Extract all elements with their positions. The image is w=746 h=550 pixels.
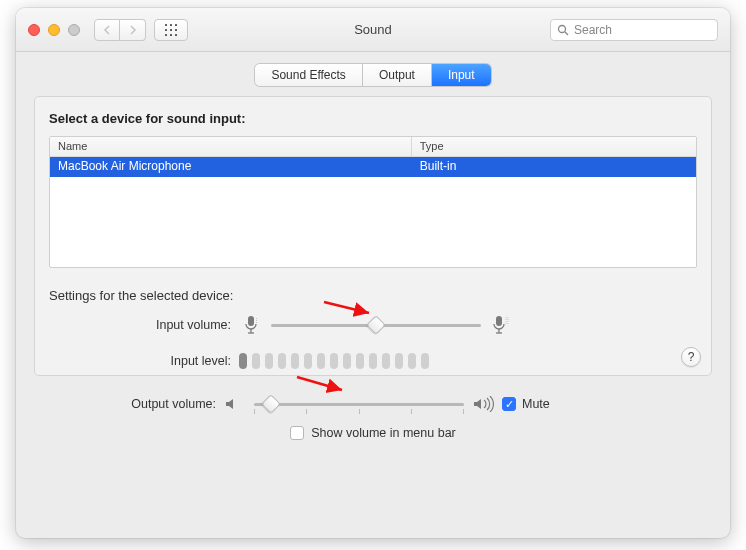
output-volume-label: Output volume: — [34, 397, 224, 411]
minimize-window-button[interactable] — [48, 24, 60, 36]
titlebar: Sound Search — [16, 8, 730, 52]
device-name: MacBook Air Microphone — [50, 157, 412, 177]
window-controls — [28, 24, 80, 36]
select-device-heading: Select a device for sound input: — [49, 111, 697, 126]
input-level-label: Input level: — [49, 354, 239, 368]
grid-icon — [165, 24, 177, 36]
show-volume-menubar-row: Show volume in menu bar — [34, 426, 712, 440]
column-name[interactable]: Name — [50, 137, 412, 156]
input-level-meter — [239, 353, 429, 369]
search-input[interactable]: Search — [550, 19, 718, 41]
tab-output[interactable]: Output — [363, 64, 432, 86]
help-button[interactable]: ? — [681, 347, 701, 367]
back-button[interactable] — [94, 19, 120, 41]
speaker-high-icon — [472, 396, 494, 412]
sound-prefpane-window: Sound Search Sound Effects Output Input … — [16, 8, 730, 538]
svg-line-11 — [324, 302, 369, 313]
svg-rect-6 — [496, 316, 502, 326]
input-settings-panel: Select a device for sound input: Name Ty… — [34, 96, 712, 376]
tab-sound-effects[interactable]: Sound Effects — [255, 64, 363, 86]
chevron-right-icon — [129, 25, 137, 35]
forward-button[interactable] — [120, 19, 146, 41]
mute-label: Mute — [522, 397, 550, 411]
close-window-button[interactable] — [28, 24, 40, 36]
chevron-left-icon — [103, 25, 111, 35]
search-icon — [557, 24, 569, 36]
mute-checkbox[interactable]: ✓ — [502, 397, 516, 411]
show-volume-menubar-checkbox[interactable] — [290, 426, 304, 440]
nav-back-forward — [94, 19, 146, 41]
zoom-window-button[interactable] — [68, 24, 80, 36]
microphone-low-icon — [239, 315, 263, 335]
input-volume-row: Input volume: — [49, 315, 697, 335]
microphone-high-icon — [489, 315, 513, 335]
input-level-row: Input level: — [49, 353, 697, 369]
svg-rect-2 — [248, 316, 254, 326]
output-controls: Output volume: ✓ Mute Show v — [34, 394, 712, 440]
input-volume-slider[interactable] — [271, 315, 481, 335]
device-table: Name Type MacBook Air Microphone Built-i… — [49, 136, 697, 268]
show-volume-menubar-label: Show volume in menu bar — [311, 426, 456, 440]
device-type: Built-in — [412, 157, 696, 177]
speaker-low-icon — [224, 396, 246, 412]
tab-bar: Sound Effects Output Input — [16, 64, 730, 86]
show-all-button[interactable] — [154, 19, 188, 41]
tab-input[interactable]: Input — [432, 64, 491, 86]
svg-point-0 — [559, 25, 566, 32]
table-header: Name Type — [50, 137, 696, 157]
table-row[interactable]: MacBook Air Microphone Built-in — [50, 157, 696, 177]
svg-line-1 — [565, 31, 568, 34]
search-placeholder: Search — [574, 23, 612, 37]
column-type[interactable]: Type — [412, 137, 696, 156]
svg-line-12 — [297, 377, 342, 390]
settings-for-device-heading: Settings for the selected device: — [49, 288, 697, 303]
input-volume-label: Input volume: — [49, 318, 239, 332]
output-volume-slider[interactable] — [254, 394, 464, 414]
